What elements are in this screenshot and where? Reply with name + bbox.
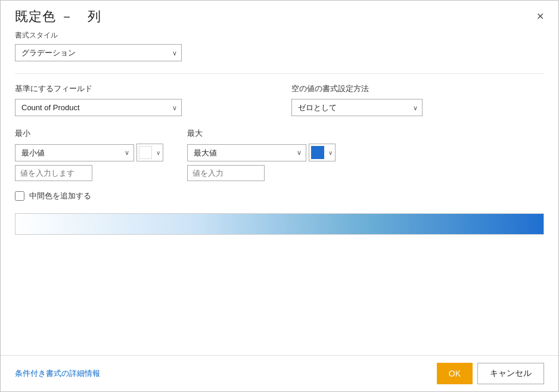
dialog-body: 書式スタイル グラデーション ルール フィールドの値 基準にするフィールド Co… xyxy=(1,30,558,355)
min-max-row: 最小 最小値 数値 パーセント ∨ xyxy=(15,128,544,181)
divider-1 xyxy=(15,73,544,74)
ok-button[interactable]: OK xyxy=(437,363,473,384)
details-link[interactable]: 条件付き書式の詳細情報 xyxy=(15,368,100,379)
null-format-select[interactable]: ゼロとして 空のまま xyxy=(291,99,423,116)
gradient-bar xyxy=(15,213,544,235)
min-value-select[interactable]: 最小値 数値 パーセント xyxy=(15,144,134,161)
footer-buttons: OK キャンセル xyxy=(437,363,544,384)
format-style-label: 書式スタイル xyxy=(15,30,544,41)
main-dialog: 既定色 － 列 ✕ 書式スタイル グラデーション ルール フィールドの値 基準に… xyxy=(0,0,559,392)
max-controls: 最大値 数値 パーセント ∨ xyxy=(187,144,336,161)
max-color-picker[interactable]: ∨ xyxy=(309,144,336,161)
min-controls: 最小値 数値 パーセント ∨ xyxy=(15,144,163,161)
min-color-chevron: ∨ xyxy=(154,150,163,156)
max-label: 最大 xyxy=(187,128,336,139)
min-section: 最小 最小値 数値 パーセント ∨ xyxy=(15,128,163,181)
cancel-button[interactable]: キャンセル xyxy=(477,363,544,384)
min-value-wrapper: 最小値 数値 パーセント xyxy=(15,144,134,161)
format-style-section: 書式スタイル グラデーション ルール フィールドの値 xyxy=(15,30,544,61)
base-field-select[interactable]: Count of Product xyxy=(15,99,182,116)
max-value-wrapper: 最大値 数値 パーセント xyxy=(187,144,306,161)
max-color-box xyxy=(311,146,324,159)
midpoint-checkbox[interactable] xyxy=(15,191,24,201)
null-format-col: 空の値の書式設定方法 ゼロとして 空のまま xyxy=(291,83,544,116)
base-field-wrapper: Count of Product xyxy=(15,99,182,116)
midpoint-row: 中間色を追加する xyxy=(15,191,544,201)
max-value-select[interactable]: 最大値 数値 パーセント xyxy=(187,144,306,161)
min-color-picker[interactable]: ∨ xyxy=(136,144,163,161)
min-color-box xyxy=(139,146,152,159)
title-bar: 既定色 － 列 ✕ xyxy=(1,1,558,30)
format-style-select[interactable]: グラデーション ルール フィールドの値 xyxy=(15,44,182,61)
field-null-row: 基準にするフィールド Count of Product 空の値の書式設定方法 ゼ… xyxy=(15,83,544,116)
gradient-bar-container xyxy=(15,213,544,235)
base-field-label: 基準にするフィールド xyxy=(15,83,268,94)
midpoint-label[interactable]: 中間色を追加する xyxy=(29,191,91,201)
max-section: 最大 最大値 数値 パーセント ∨ xyxy=(187,128,336,181)
null-format-wrapper: ゼロとして 空のまま xyxy=(291,99,423,116)
format-style-wrapper: グラデーション ルール フィールドの値 xyxy=(15,44,182,61)
dialog-title: 既定色 － 列 xyxy=(15,8,101,26)
base-field-col: 基準にするフィールド Count of Product xyxy=(15,83,268,116)
close-button[interactable]: ✕ xyxy=(532,10,549,24)
min-label: 最小 xyxy=(15,128,163,139)
max-value-input[interactable] xyxy=(187,165,265,181)
min-value-input[interactable] xyxy=(15,165,92,181)
max-color-chevron: ∨ xyxy=(326,150,335,156)
dialog-footer: 条件付き書式の詳細情報 OK キャンセル xyxy=(1,355,558,391)
null-format-label: 空の値の書式設定方法 xyxy=(291,83,544,94)
